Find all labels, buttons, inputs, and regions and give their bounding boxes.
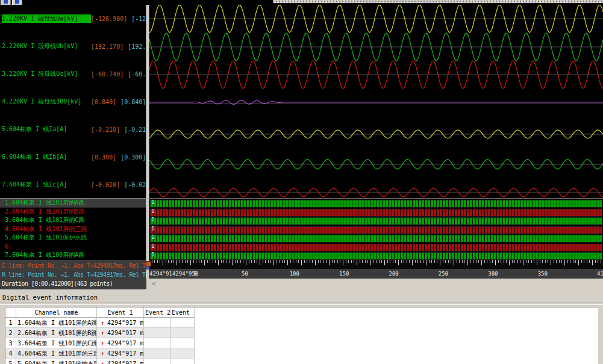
axis-tick-label: 50 <box>242 271 248 277</box>
digital-channel-row[interactable]: 6. <box>0 242 146 251</box>
event1-cell: ↑4294"917 ms <box>97 318 144 328</box>
digital-trace-bar <box>150 244 602 251</box>
analog-channel-label: 6.604柘泉 I 线Ib[A] <box>2 153 91 161</box>
digital-channel-row[interactable]: 7.604柘泉 I 线100屏的A跳 <box>0 251 146 260</box>
digital-trace-bar <box>150 200 602 208</box>
event1-cell: ↑4294"917 ms <box>97 348 144 359</box>
analog-channel-label: 5.604柘泉 I 线Ia[A] <box>2 125 91 134</box>
analog-channel-row[interactable]: 2.220KV I 段母线Ub[kV][192.170][192.170] <box>0 32 146 60</box>
toolbar-button-1[interactable] <box>1 0 11 5</box>
section-divider <box>0 303 603 305</box>
analog-cursor-value: [-0.210] <box>91 126 120 133</box>
event-table-header-event1: Event 1 <box>97 307 144 318</box>
axis-tick-label: 250 <box>439 271 448 277</box>
scroll-left-arrow-icon[interactable]: < <box>152 280 156 288</box>
digital-event-grid: Channel nameEvent 1Event 2Event 311.604柘… <box>5 307 195 364</box>
event1-time: 4294"917 ms <box>107 319 144 326</box>
analog-cursor-value: [-0.020] <box>91 182 120 188</box>
analog-cursor-value: [-126.980] <box>91 16 127 22</box>
digital-channel-row[interactable]: 3.604柘泉 I 线101屏的C跳 <box>0 216 146 225</box>
analog-channel-row[interactable]: 4.220KV I 段母线3U0[kV][0.840][0.840] <box>0 88 146 116</box>
digital-trace-area[interactable]: 1111111 <box>149 199 603 260</box>
event3-cell <box>170 318 195 328</box>
digital-trace-row: 1 <box>149 242 603 251</box>
analog-channel-row[interactable]: 3.220KV I 段母线Uc[kV][-60.740][-60.740] <box>0 60 146 88</box>
toolbar-button-2[interactable] <box>12 0 22 5</box>
event3-cell <box>170 338 195 348</box>
analog-channel-row[interactable]: 5.604柘泉 I 线Ia[A][-0.210][-0.210] <box>0 116 146 143</box>
rising-edge-arrow-icon: ↑ <box>101 350 104 357</box>
event-row-number: 3 <box>5 338 16 348</box>
top-strip <box>0 0 603 5</box>
event-table-header-channel: Channel name <box>16 307 97 318</box>
axis-tick-label: 150 <box>339 271 349 277</box>
analog-cursor-value: [-60.740] <box>91 71 123 78</box>
event-channel-name[interactable]: 3.604柘泉 I 线101屏的C跳 <box>16 338 97 348</box>
analog-cursor-value: [192.170] <box>91 43 123 50</box>
digital-event-table: Channel nameEvent 1Event 2Event 311.604柘… <box>5 307 598 364</box>
analog-channel-row[interactable]: 7.604柘泉 I 线Ic[A][-0.020][-0.020] <box>0 171 146 199</box>
analog-ref-value: [0.300] <box>120 154 146 161</box>
event1-time: 4294"917 ms <box>107 340 144 347</box>
toolbar-button-1-icon <box>4 0 8 4</box>
digital-trace-bar <box>150 226 602 234</box>
horizontal-scrollbar[interactable]: < <box>149 279 603 289</box>
digital-channel-row[interactable]: 1.604柘泉 I 线101屏的A跳 <box>0 199 146 208</box>
analog-channel-label: 3.220KV I 段母线Uc[kV] <box>2 70 91 78</box>
event-channel-name[interactable]: 2.604柘泉 I 线101屏的B跳 <box>16 328 97 338</box>
waveform-svg <box>149 5 603 198</box>
digital-trace-row: 1 <box>149 251 603 260</box>
analog-channel-row[interactable]: 6.604柘泉 I 线Ib[A][0.300][0.300] <box>0 143 146 171</box>
digital-state-value: 1 <box>151 208 154 214</box>
c-cursor-line[interactable] <box>149 5 149 269</box>
digital-trace-bar <box>150 252 602 260</box>
clipped-title-bar <box>273 0 603 3</box>
analog-ref-value: [-0.210] <box>124 126 146 133</box>
waveform-plot-area[interactable] <box>149 5 603 198</box>
toolbar <box>1 0 22 5</box>
event-channel-name[interactable]: 5.604柘泉 I 线101保护永跳 <box>16 359 97 364</box>
rising-edge-arrow-icon: ↑ <box>101 340 104 347</box>
duration-status: Duration [0:00.412000](463 points) <box>2 279 145 288</box>
axis-pre-label: 4294"914294"950 <box>149 271 198 277</box>
digital-state-value: 1 <box>151 226 154 232</box>
section-title: Digital event information <box>2 294 98 301</box>
digital-state-value: 1 <box>151 243 154 249</box>
digital-trace-row: 1 <box>149 233 603 242</box>
analog-ref-value: [-60.740] <box>128 71 146 78</box>
digital-trace-row: 1 <box>149 216 603 225</box>
analog-ref-value: [-126.980] <box>131 16 146 22</box>
digital-channel-row[interactable]: 4.604柘泉 I 线101屏的三跳 <box>0 225 146 234</box>
event-channel-name[interactable]: 4.604柘泉 I 线101屏的三跳 <box>16 348 97 359</box>
digital-trace-bar <box>150 235 602 242</box>
rising-edge-arrow-icon: ↑ <box>101 319 104 326</box>
analog-cursor-value: [0.300] <box>91 154 116 161</box>
event-info-section: Digital event information Channel nameEv… <box>0 289 603 364</box>
axis-tick-label: 100 <box>290 271 299 277</box>
digital-channel-row[interactable]: 2.604柘泉 I 线101屏的B跳 <box>0 208 146 217</box>
event-row-number: 4 <box>5 348 16 359</box>
event-row-number: 2 <box>5 328 16 338</box>
event1-time: 4294"917 ms <box>107 330 144 336</box>
event1-cell: ↑4294"917 ms <box>97 338 144 348</box>
event-table-header-num <box>5 307 16 318</box>
event3-cell <box>170 359 195 364</box>
digital-trace-row: 1 <box>149 225 603 234</box>
time-ruler[interactable] <box>149 260 603 269</box>
analog-cursor-value: [0.840] <box>91 99 116 105</box>
event2-cell <box>144 328 170 338</box>
c-line-status: C line: Point No. =1, Abs T=4294917ms, R… <box>2 261 145 270</box>
analog-ref-value: [-0.020] <box>124 182 146 188</box>
event-table-header-event3: Event 3 <box>170 307 195 318</box>
rising-edge-arrow-icon: ↑ <box>101 360 104 364</box>
analog-channel-label: 4.220KV I 段母线3U0[kV] <box>2 97 91 106</box>
digital-channel-list: 1.604柘泉 I 线101屏的A跳2.604柘泉 I 线101屏的B跳3.60… <box>0 199 146 260</box>
event-channel-name[interactable]: 1.604柘泉 I 线101屏的A跳 <box>16 318 97 328</box>
time-axis-labels: 4294"914294"95005010015020025030035041 <box>149 269 603 279</box>
axis-tick-label: 0 <box>193 271 196 277</box>
event1-cell: ↑4294"917 ms <box>97 359 144 364</box>
digital-channel-row[interactable]: 5.604柘泉 I 线101保护永跳 <box>0 233 146 242</box>
analog-ref-value: [192.170] <box>128 43 146 50</box>
analog-channel-row[interactable]: 1.220KV I 段母线Ua[kV][-126.980][-126.980] <box>0 5 146 32</box>
event3-cell <box>170 348 195 359</box>
